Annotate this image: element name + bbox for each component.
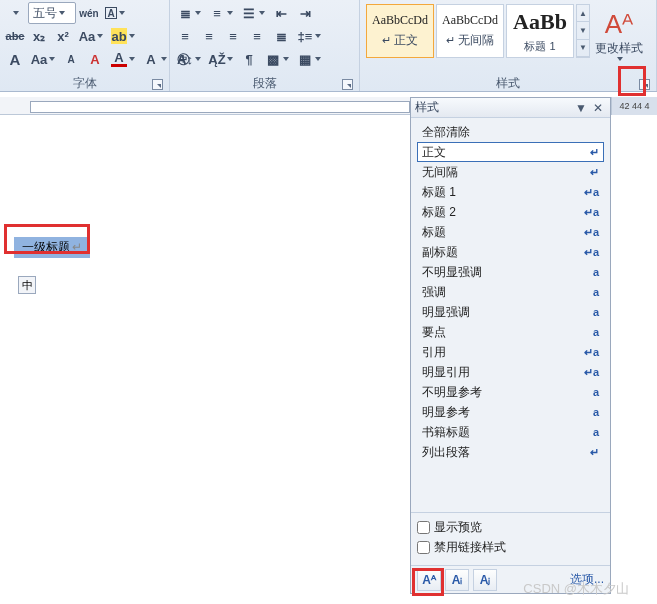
style-item-nospacing[interactable]: AaBbCcDd ↵ 无间隔 bbox=[436, 4, 504, 58]
styles-pane-list: 全部清除正文无间隔标题 1标题 2标题副标题不明显强调强调明显强调要点引用明显引… bbox=[411, 118, 610, 512]
align-left-icon: ≡ bbox=[177, 28, 193, 44]
style-type-icon bbox=[584, 346, 599, 359]
style-list-label: 标题 1 bbox=[422, 184, 456, 201]
borders-button[interactable]: ▦ bbox=[294, 48, 324, 70]
style-item-heading1[interactable]: AaBb 标题 1 bbox=[506, 4, 574, 58]
pane-close-button[interactable]: ✕ bbox=[590, 101, 606, 115]
style-type-icon bbox=[590, 166, 599, 179]
style-list-label: 书籍标题 bbox=[422, 424, 470, 441]
style-list-item[interactable]: 不明显强调 bbox=[417, 262, 604, 282]
char-shading-button[interactable]: A bbox=[140, 48, 170, 70]
style-list-item[interactable]: 无间隔 bbox=[417, 162, 604, 182]
change-styles-button[interactable]: Aᴬ 更改样式 bbox=[594, 2, 644, 68]
change-styles-label: 更改样式 bbox=[595, 40, 643, 57]
new-style-icon: Aᴬ bbox=[422, 573, 436, 587]
style-inspector-button[interactable]: Aᵢ bbox=[445, 569, 469, 591]
style-options-link[interactable]: 选项... bbox=[570, 571, 604, 588]
char-border-icon: A bbox=[105, 7, 117, 19]
borders-icon: ▦ bbox=[297, 51, 313, 67]
style-type-icon bbox=[593, 306, 599, 318]
style-scroll-down[interactable]: ▼ bbox=[577, 22, 589, 39]
style-gallery-more[interactable]: ▼ bbox=[577, 40, 589, 57]
line-spacing-button[interactable]: ‡≡ bbox=[294, 25, 324, 47]
style-list-item[interactable]: 副标题 bbox=[417, 242, 604, 262]
align-center-button[interactable]: ≡ bbox=[198, 25, 220, 47]
style-list-item[interactable]: 列出段落 bbox=[417, 442, 604, 462]
style-list-item[interactable]: 标题 1 bbox=[417, 182, 604, 202]
change-case-button[interactable]: Aa bbox=[76, 25, 106, 47]
style-list-item[interactable]: 引用 bbox=[417, 342, 604, 362]
group-styles: AaBbCcDd ↵ 正文 AaBbCcDd ↵ 无间隔 AaBb 标题 1 ▲… bbox=[360, 0, 657, 91]
paragraph-mark-icon: ↵ bbox=[72, 240, 82, 254]
sort-button[interactable]: ĄŽ bbox=[206, 48, 236, 70]
highlight-button[interactable]: ab bbox=[108, 25, 138, 47]
grow-font-button[interactable]: A bbox=[4, 48, 26, 70]
disable-linked-label: 禁用链接样式 bbox=[434, 539, 506, 556]
style-label: ↵ 正文 bbox=[382, 32, 418, 49]
style-type-icon bbox=[590, 146, 599, 159]
group-styles-label: 样式 bbox=[364, 75, 652, 91]
style-scroll-up[interactable]: ▲ bbox=[577, 5, 589, 22]
style-list-label: 列出段落 bbox=[422, 444, 470, 461]
align-justify-button[interactable]: ≡ bbox=[246, 25, 268, 47]
style-list-item[interactable]: 强调 bbox=[417, 282, 604, 302]
shading-button[interactable]: ▩ bbox=[262, 48, 292, 70]
multilevel-button[interactable]: ☰ bbox=[238, 2, 268, 24]
phonetic-guide-button[interactable]: wén bbox=[78, 2, 100, 24]
style-list-item[interactable]: 不明显参考 bbox=[417, 382, 604, 402]
numbering-button[interactable]: ≡ bbox=[206, 2, 236, 24]
style-list-item[interactable]: 全部清除 bbox=[417, 122, 604, 142]
pilcrow-icon: ¶ bbox=[241, 51, 257, 67]
document-area[interactable]: 一级标题↵ 中 bbox=[0, 120, 410, 604]
selected-text[interactable]: 一级标题↵ bbox=[14, 237, 90, 258]
style-list-item[interactable]: 明显强调 bbox=[417, 302, 604, 322]
manage-styles-button[interactable]: Aⱼ bbox=[473, 569, 497, 591]
style-list-label: 正文 bbox=[422, 144, 446, 161]
style-preview: AaBb bbox=[513, 9, 567, 35]
font-name-dropdown[interactable] bbox=[4, 2, 26, 24]
style-list-item[interactable]: 明显参考 bbox=[417, 402, 604, 422]
style-list-item[interactable]: 明显引用 bbox=[417, 362, 604, 382]
font-color-icon: A bbox=[111, 51, 127, 67]
bullets-icon: ≣ bbox=[177, 5, 193, 21]
font-color-button[interactable]: A bbox=[108, 48, 138, 70]
show-preview-checkbox[interactable]: 显示预览 bbox=[417, 519, 604, 536]
disable-linked-checkbox[interactable]: 禁用链接样式 bbox=[417, 539, 604, 556]
paragraph-dialog-launcher[interactable] bbox=[342, 79, 353, 90]
align-left-button[interactable]: ≡ bbox=[174, 25, 196, 47]
style-list-item[interactable]: 正文 bbox=[417, 142, 604, 162]
style-gallery-scroll: ▲ ▼ ▼ bbox=[576, 4, 590, 58]
font-size-dropdown[interactable]: 五号 bbox=[28, 2, 76, 24]
align-distribute-button[interactable]: ≣ bbox=[270, 25, 292, 47]
style-list-label: 明显参考 bbox=[422, 404, 470, 421]
superscript-icon: x² bbox=[55, 28, 71, 44]
style-list-label: 副标题 bbox=[422, 244, 458, 261]
show-marks-button[interactable]: ¶ bbox=[238, 48, 260, 70]
strike-button[interactable]: abc bbox=[4, 25, 26, 47]
style-preview: AaBbCcDd bbox=[372, 13, 428, 28]
style-list-item[interactable]: 标题 2 bbox=[417, 202, 604, 222]
style-list-item[interactable]: 书籍标题 bbox=[417, 422, 604, 442]
case-button[interactable]: Aa bbox=[28, 48, 58, 70]
indent-inc-button[interactable]: ⇥ bbox=[294, 2, 316, 24]
style-list-item[interactable]: 标题 bbox=[417, 222, 604, 242]
style-type-icon bbox=[593, 426, 599, 438]
align-right-button[interactable]: ≡ bbox=[222, 25, 244, 47]
shrink-font-button[interactable]: A bbox=[60, 48, 82, 70]
subscript-button[interactable]: x₂ bbox=[28, 25, 50, 47]
anchor-marker[interactable]: 中 bbox=[18, 276, 36, 294]
char-border-button[interactable]: A bbox=[102, 2, 128, 24]
new-style-button[interactable]: Aᴬ bbox=[417, 569, 441, 591]
styles-dialog-launcher[interactable] bbox=[639, 79, 650, 90]
superscript-button[interactable]: x² bbox=[52, 25, 74, 47]
indent-dec-button[interactable]: ⇤ bbox=[270, 2, 292, 24]
bullets-button[interactable]: ≣ bbox=[174, 2, 204, 24]
style-label: ↵ 无间隔 bbox=[446, 32, 494, 49]
text-direction-button[interactable]: A↕ bbox=[174, 48, 204, 70]
font-dialog-launcher[interactable] bbox=[152, 79, 163, 90]
style-list-item[interactable]: 要点 bbox=[417, 322, 604, 342]
style-item-body[interactable]: AaBbCcDd ↵ 正文 bbox=[366, 4, 434, 58]
style-list-label: 强调 bbox=[422, 284, 446, 301]
pane-dropdown-button[interactable]: ▼ bbox=[572, 101, 590, 115]
clear-format-button[interactable]: A bbox=[84, 48, 106, 70]
